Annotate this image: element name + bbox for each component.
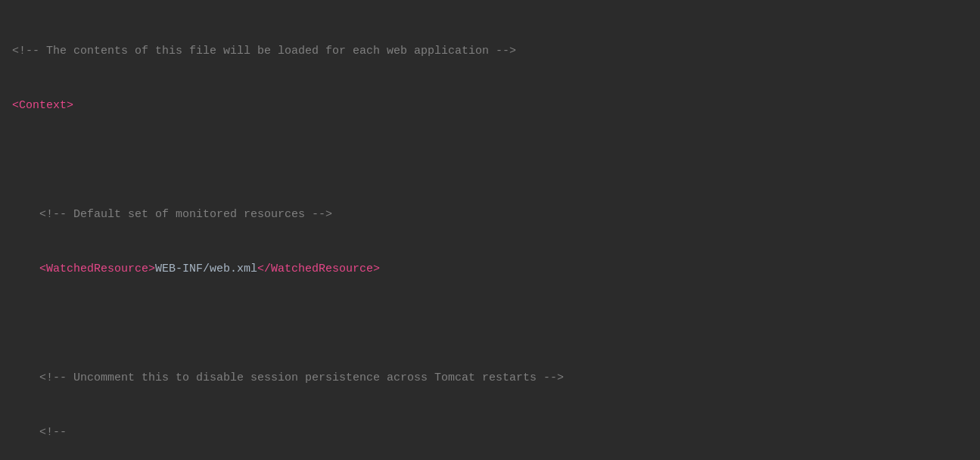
line-3 xyxy=(12,151,968,169)
comment-1: <!-- The contents of this file will be l… xyxy=(12,45,516,58)
context-open-tag: <Context> xyxy=(12,99,73,112)
line-5: <WatchedResource>WEB-INF/web.xml</Watche… xyxy=(12,260,968,278)
code-editor: <!-- The contents of this file will be l… xyxy=(12,6,968,460)
line-6 xyxy=(12,315,968,333)
line-4: <!-- Default set of monitored resources … xyxy=(12,206,968,224)
watched-resource-close-tag: </WatchedResource> xyxy=(257,263,380,275)
line-1: <!-- The contents of this file will be l… xyxy=(12,42,968,61)
watched-resource-open-tag: <WatchedResource> xyxy=(39,263,155,275)
comment-3: <!-- Uncomment this to disable session p… xyxy=(12,371,564,384)
indent-1 xyxy=(12,263,39,275)
comment-4: <!-- xyxy=(12,426,67,439)
comment-2: <!-- Default set of monitored resources … xyxy=(12,208,332,221)
line-8: <!-- xyxy=(12,424,968,442)
line-7: <!-- Uncomment this to disable session p… xyxy=(12,369,968,387)
watched-resource-value: WEB-INF/web.xml xyxy=(155,263,257,275)
line-2: <Context> xyxy=(12,97,968,115)
